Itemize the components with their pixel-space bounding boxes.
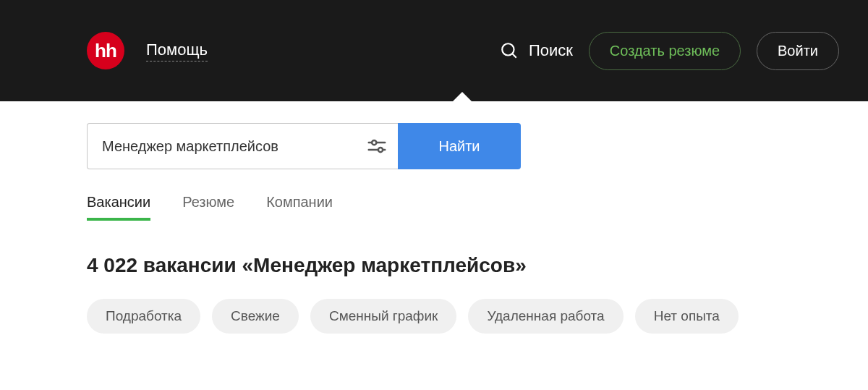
- tab-resumes[interactable]: Резюме: [182, 194, 234, 221]
- chip-label: Подработка: [106, 308, 182, 323]
- top-header-left: hh Помощь: [87, 32, 208, 69]
- top-header: hh Помощь Поиск Создать резюме Войти: [0, 0, 868, 101]
- login-button[interactable]: Войти: [757, 32, 839, 70]
- search-input[interactable]: [102, 138, 366, 155]
- search-submit-label: Найти: [438, 138, 480, 155]
- site-logo[interactable]: hh: [87, 32, 124, 69]
- svg-point-5: [378, 148, 383, 152]
- chip-label: Свежие: [231, 308, 280, 323]
- help-link[interactable]: Помощь: [146, 41, 208, 62]
- svg-line-1: [512, 54, 516, 57]
- site-logo-text: hh: [95, 40, 116, 62]
- create-resume-label: Создать резюме: [610, 43, 720, 59]
- header-search-link[interactable]: Поиск: [500, 41, 573, 60]
- chip-label: Сменный график: [329, 308, 438, 323]
- filter-chip[interactable]: Нет опыта: [635, 299, 739, 334]
- tab-companies[interactable]: Компании: [266, 194, 333, 221]
- result-tabs: Вакансии Резюме Компании: [87, 194, 781, 221]
- filter-chip[interactable]: Удаленная работа: [468, 299, 623, 334]
- tab-label: Резюме: [182, 194, 234, 210]
- tab-label: Вакансии: [87, 194, 150, 210]
- results-heading: 4 022 вакансии «Менеджер маркетплейсов»: [87, 254, 781, 277]
- header-notch: [452, 92, 472, 102]
- header-search-label: Поиск: [529, 41, 573, 60]
- search-bar: Найти: [87, 123, 521, 169]
- main-content: Найти Вакансии Резюме Компании 4 022 вак…: [0, 101, 868, 334]
- svg-point-3: [372, 140, 376, 145]
- top-header-right: Поиск Создать резюме Войти: [500, 32, 839, 70]
- filter-chip[interactable]: Сменный график: [310, 299, 457, 334]
- filter-chip[interactable]: Свежие: [212, 299, 299, 334]
- svg-point-0: [502, 43, 514, 55]
- chip-label: Нет опыта: [654, 308, 720, 323]
- search-box: [87, 123, 398, 169]
- filter-chips: Подработка Свежие Сменный график Удаленн…: [87, 299, 781, 334]
- search-icon: [500, 41, 519, 60]
- filter-chip[interactable]: Подработка: [87, 299, 200, 334]
- create-resume-button[interactable]: Создать резюме: [589, 32, 741, 70]
- tab-label: Компании: [266, 194, 333, 210]
- filters-icon[interactable]: [366, 135, 388, 157]
- chip-label: Удаленная работа: [487, 308, 604, 323]
- tab-vacancies[interactable]: Вакансии: [87, 194, 150, 221]
- login-label: Войти: [778, 43, 818, 59]
- search-submit-button[interactable]: Найти: [398, 123, 521, 169]
